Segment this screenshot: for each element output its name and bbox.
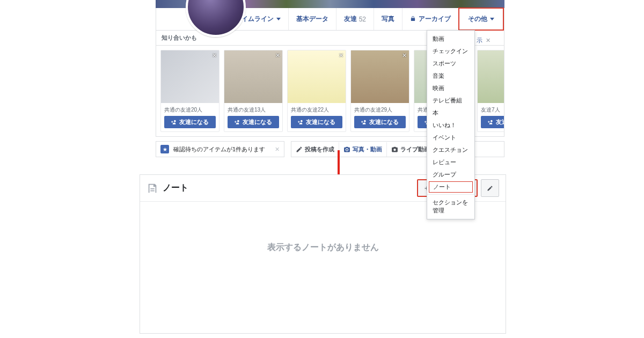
- suggestion-card: ✕ 共通の友達13人 友達になる: [224, 50, 283, 132]
- note-icon: [147, 182, 158, 194]
- add-friend-button[interactable]: 友達になる: [228, 116, 279, 128]
- suggestion-photo[interactable]: ✕: [351, 50, 409, 103]
- close-icon[interactable]: ✕: [275, 52, 280, 59]
- add-friend-button[interactable]: 友達になる: [481, 116, 504, 128]
- dropdown-divider: [427, 194, 474, 195]
- suggestion-card: ✕ 共通の友達29人 友達になる: [350, 50, 409, 132]
- toggle-display-fragment[interactable]: 示 ✕: [477, 36, 491, 45]
- pencil-icon: [487, 185, 493, 192]
- mutual-friends: 共通の友達20人: [161, 103, 219, 114]
- close-icon[interactable]: ✕: [212, 52, 217, 59]
- suggestion-photo[interactable]: [478, 50, 504, 103]
- close-icon[interactable]: ✕: [275, 146, 280, 153]
- button-label: 友達になる: [496, 118, 504, 126]
- chevron-down-icon: [276, 18, 281, 20]
- lock-icon: [410, 16, 416, 23]
- tab-about[interactable]: 基本データ: [288, 8, 336, 30]
- dropdown-item-sports[interactable]: スポーツ: [427, 57, 474, 70]
- dropdown-item-movies[interactable]: 映画: [427, 82, 474, 94]
- close-icon[interactable]: ✕: [402, 52, 407, 59]
- tab-label: 写真: [382, 14, 394, 24]
- dropdown-item-events[interactable]: イベント: [427, 131, 474, 144]
- pending-items-notice[interactable]: ★ 確認待ちのアイテムが1件あります ✕: [156, 141, 284, 157]
- dropdown-item-checkin[interactable]: チェックイン: [427, 45, 474, 57]
- tab-other[interactable]: その他: [458, 8, 504, 31]
- button-label: 友達になる: [306, 118, 335, 126]
- mutual-friends: 共通の友達22人: [288, 103, 346, 114]
- dropdown-item-likes[interactable]: いいね！: [427, 119, 474, 131]
- toggle-label: 示: [477, 36, 482, 45]
- suggestion-card: 友達7人 友達になる: [477, 50, 504, 132]
- friends-count: 52: [359, 16, 366, 23]
- mutual-friends: 友達7人: [478, 103, 504, 114]
- other-dropdown: 動画 チェックイン スポーツ 音楽 映画 テレビ番組 本 いいね！ イベント ク…: [427, 30, 475, 219]
- tab-label: 友達: [344, 14, 357, 24]
- dropdown-item-notes[interactable]: ノート: [429, 181, 473, 193]
- close-icon[interactable]: ✕: [339, 52, 343, 59]
- profile-tab-bar: タイムライン 基本データ 友達 52 写真 アーカイブ その他: [156, 8, 504, 31]
- tab-label: 基本データ: [296, 14, 328, 24]
- mutual-friends: 共通の友達29人: [351, 103, 409, 114]
- suggestion-photo[interactable]: ✕: [224, 50, 282, 103]
- dropdown-item-tv[interactable]: テレビ番組: [427, 94, 474, 107]
- chevron-down-icon: [490, 18, 494, 20]
- notes-empty-state: 表示するノートがありません: [140, 202, 506, 333]
- composer-label: ライブ動画: [400, 145, 430, 153]
- notes-title: ノート: [147, 182, 188, 194]
- edit-note-button[interactable]: [481, 179, 499, 197]
- empty-text: 表示するノートがありません: [267, 242, 379, 253]
- pending-text: 確認待ちのアイテムが1件あります: [173, 145, 265, 153]
- button-label: 友達になる: [369, 118, 399, 126]
- add-friend-button[interactable]: 友達になる: [354, 116, 406, 128]
- dropdown-item-books[interactable]: 本: [427, 107, 474, 119]
- button-label: 友達になる: [179, 118, 209, 126]
- dropdown-item-video[interactable]: 動画: [427, 33, 474, 45]
- add-friend-button[interactable]: 友達になる: [164, 116, 216, 128]
- composer-label: 投稿を作成: [305, 145, 334, 153]
- composer-label: 写真・動画: [353, 145, 382, 153]
- suggestion-photo[interactable]: ✕: [161, 50, 219, 103]
- star-icon: ★: [160, 145, 169, 153]
- suggestion-card: ✕ 共通の友達20人 友達になる: [160, 50, 219, 132]
- suggestion-card: ✕ 共通の友達22人 友達になる: [287, 50, 346, 132]
- suggestion-photo[interactable]: ✕: [288, 50, 346, 103]
- tab-label: その他: [468, 14, 487, 24]
- notes-title-text: ノート: [163, 182, 188, 194]
- dropdown-item-reviews[interactable]: レビュー: [427, 156, 474, 168]
- tab-photos[interactable]: 写真: [374, 8, 402, 30]
- dropdown-item-question[interactable]: クエスチョン: [427, 144, 474, 156]
- add-friend-button[interactable]: 友達になる: [291, 116, 342, 128]
- dropdown-item-music[interactable]: 音楽: [427, 70, 474, 82]
- tab-archive[interactable]: アーカイブ: [402, 8, 458, 30]
- close-icon[interactable]: ✕: [486, 37, 491, 44]
- mutual-friends: 共通の友達13人: [224, 103, 282, 114]
- dropdown-item-manage-sections[interactable]: セクションを管理: [427, 196, 474, 217]
- tab-label: アーカイブ: [419, 14, 451, 24]
- dropdown-item-groups[interactable]: グループ: [427, 168, 474, 181]
- button-label: 友達になる: [243, 118, 272, 126]
- tab-friends[interactable]: 友達 52: [336, 8, 374, 30]
